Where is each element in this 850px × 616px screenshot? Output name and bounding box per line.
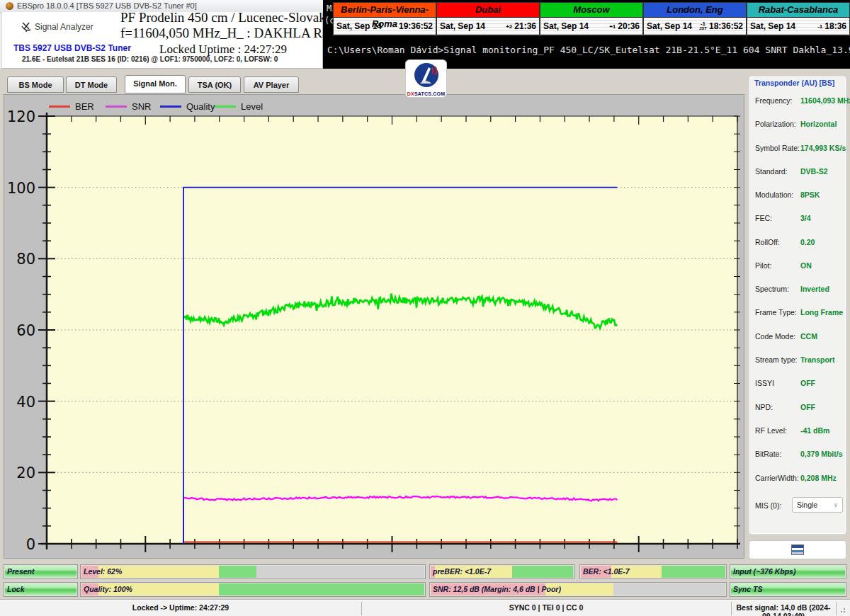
tab-signal-mon[interactable]: Signal Mon. — [125, 75, 186, 93]
tp-label: CarrierWidth: — [755, 474, 799, 482]
clock-time-row: Sat, Sep 14-118:36 — [747, 18, 849, 35]
preber-meter: preBER: <1.0E-7 — [429, 564, 574, 579]
locked-uptime-title: Locked Uptime : 24:27:29 — [120, 42, 326, 57]
status-bar: Locked -> Uptime: 24:27:29 SYNC 0 | TEI … — [0, 600, 850, 616]
tp-value: 11604,093 MHz — [800, 96, 850, 105]
tp-value: 0,379 Mbit/s — [800, 450, 843, 458]
ts-stripes-icon — [791, 544, 804, 555]
tp-value: OFF — [800, 403, 815, 411]
level-line-swatch — [215, 105, 236, 108]
antenna-location-title: PF Prodelin 450 cm / Lucenec-Slovakia — [120, 10, 326, 25]
mis-dropdown[interactable]: Single∨ — [792, 497, 843, 513]
tp-label: NPD: — [755, 403, 773, 411]
snr-meter: SNR: 12,5 dB (Margin: 4,6 dB | Poor) — [429, 582, 727, 597]
mis-label: MIS (0): — [755, 501, 781, 510]
statusbar-divider — [361, 602, 362, 615]
resize-grip[interactable] — [840, 606, 847, 613]
ber-meter: BER: <1.0E-7 — [579, 564, 727, 579]
dxsatcs-logo: DXSATCS.COM — [405, 59, 447, 98]
ber-line-swatch — [49, 105, 70, 108]
tab-dt-mode[interactable]: DT Mode — [66, 76, 117, 93]
tp-label: BitRate: — [755, 450, 781, 458]
clock-time-row: Sat, Sep 14-1JST18:36:52 — [644, 18, 746, 35]
input-indicator: Input (~376 Kbps) — [730, 564, 846, 579]
lock-indicator: Lock — [4, 582, 78, 597]
signal-analyzer-panel: Signal Analyzer PF Prodelin 450 cm / Luc… — [1, 12, 323, 69]
tp-value: 3/4 — [800, 214, 811, 222]
tp-label: Code Mode: — [755, 332, 795, 341]
clock-city-label: Moscow — [540, 3, 642, 18]
tp-value: OFF — [800, 379, 815, 387]
clock-city-label: Rabat-Casablanca — [747, 3, 849, 18]
tp-value: ON — [800, 261, 812, 270]
present-indicator: Present — [4, 564, 78, 579]
legend-level: Level — [215, 101, 263, 112]
snr-line-swatch — [106, 105, 127, 108]
tp-label: Standard: — [755, 167, 788, 176]
tp-value: Horizontal — [800, 120, 837, 128]
svg-text:0: 0 — [26, 536, 35, 553]
chevron-down-icon: ∨ — [833, 501, 838, 508]
tp-value: 0,208 MHz — [800, 474, 837, 482]
tp-label: Symbol Rate: — [755, 144, 800, 152]
statusbar-divider — [731, 602, 732, 615]
tp-label: ISSYI — [755, 379, 774, 387]
statusbar-divider — [836, 602, 837, 615]
status-sync-counters: SYNC 0 | TEI 0 | CC 0 — [361, 603, 731, 612]
tp-label: Stream type: — [755, 355, 798, 364]
svg-text:120: 120 — [7, 108, 35, 125]
tp-label: Frame Type: — [755, 308, 797, 316]
legend-quality: Quality — [160, 101, 215, 112]
signal-analyzer-label: Signal Analyzer — [35, 22, 94, 32]
clock-moscow: Moscow Sat, Sep 14+120:36 — [540, 2, 643, 36]
tab-tsa[interactable]: TSA (OK) — [188, 76, 241, 93]
console-prompt: C:\Users\Roman Dávid>Signal monitoring_P… — [327, 45, 850, 55]
clock-city-label: London, Eng — [644, 3, 746, 18]
level-meter: Level: 62% — [80, 564, 426, 579]
tp-value: 174,993 KS/s — [800, 144, 846, 152]
tp-label: RF Level: — [755, 426, 787, 435]
tp-label: Frequency: — [755, 96, 793, 105]
signal-history-chart: 020406080100120 — [4, 95, 744, 558]
clock-time-row: Sat, Sep 14+221:36 — [437, 18, 539, 35]
tab-av-player[interactable]: AV Player — [244, 76, 299, 93]
transport-stream-button[interactable] — [749, 540, 846, 559]
tp-value: CCM — [800, 332, 817, 341]
tp-value: Transport — [800, 355, 834, 364]
svg-text:20: 20 — [16, 464, 35, 481]
tuner-name: TBS 5927 USB DVB-S2 Tuner — [13, 43, 131, 53]
status-uptime: Locked -> Uptime: 24:27:29 — [0, 603, 361, 612]
transponder-panel: Transponder (AU) [BS] Frequency:11604,09… — [749, 76, 846, 535]
clock-london: London, Eng Sat, Sep 14-1JST18:36:52 — [643, 2, 747, 36]
quality-meter: Quality: 100% — [80, 582, 426, 597]
ebspro-app-icon — [6, 2, 13, 10]
tp-label: RollOff: — [755, 238, 780, 246]
satellite-dish-icon — [21, 21, 33, 35]
sync-ts-indicator: Sync TS — [730, 582, 846, 597]
tuner-detail: 21.6E - Eutelsat 21B SES 16 (ID: 0216) @… — [22, 55, 278, 63]
quality-line-swatch — [160, 105, 181, 108]
legend-ber: BER — [49, 101, 94, 112]
tp-value: Long Frame — [800, 308, 843, 316]
svg-text:100: 100 — [7, 180, 35, 197]
svg-text:40: 40 — [16, 394, 35, 411]
clock-city-label: Berlin-Paris-Vienna-Roma — [334, 3, 436, 18]
clock-berlin: Berlin-Paris-Vienna-Roma Sat, Sep 1419:3… — [333, 2, 436, 36]
tp-label: Polarization: — [755, 120, 796, 128]
ebspro-window-header: EBSpro 18.0.0.4 [TBS 5927 USB DVB-S2 Tun… — [0, 0, 324, 69]
tp-label: Pilot: — [755, 261, 771, 270]
clock-rabat: Rabat-Casablanca Sat, Sep 14-118:36 — [747, 2, 850, 36]
signal-chart-panel: BER SNR Quality Level 020406080100120 — [4, 94, 744, 559]
dxsatcs-logo-text: DXSATCS.COM — [406, 91, 446, 96]
clock-time-row: Sat, Sep 14+120:36 — [540, 18, 642, 35]
frequency-title: f=11604,050 MHz_H_ : DAKHLA Radio — [120, 25, 326, 41]
dxsatcs-logo-graphic — [413, 62, 440, 89]
tab-bs-mode[interactable]: BS Mode — [7, 76, 64, 93]
tp-label: FEC: — [755, 214, 772, 222]
tp-label: Spectrum: — [755, 285, 789, 293]
tp-value: 0.20 — [800, 238, 815, 246]
console-window: Mi (c Berlin-Paris-Vienna-Roma Sat, Sep … — [323, 0, 850, 69]
mis-selected-value: Single — [797, 501, 817, 509]
status-best-signal: Best signal: 14,0 dB (2024-09-14 03:49) — [731, 603, 836, 616]
tp-label: Modulation: — [755, 190, 793, 199]
